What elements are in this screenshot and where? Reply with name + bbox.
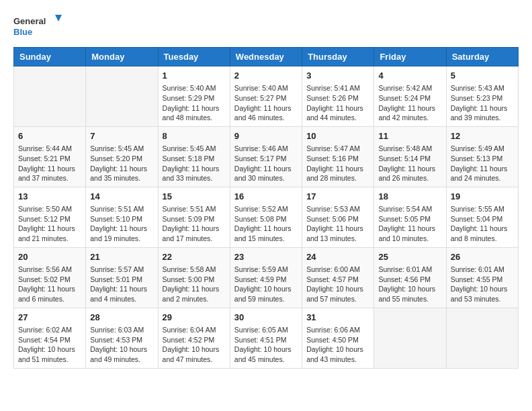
- logo-svg: General Blue: [13, 13, 67, 40]
- day-number: 20: [18, 251, 81, 263]
- week-row-1: 1Sunrise: 5:40 AMSunset: 5:29 PMDaylight…: [14, 66, 519, 127]
- day-number: 31: [306, 312, 369, 324]
- calendar-cell: 11Sunrise: 5:48 AMSunset: 5:14 PMDayligh…: [374, 126, 446, 187]
- calendar-cell: 21Sunrise: 5:57 AMSunset: 5:01 PMDayligh…: [86, 247, 158, 308]
- day-info: Sunrise: 5:42 AMSunset: 5:24 PMDaylight:…: [378, 83, 441, 123]
- calendar-cell: 1Sunrise: 5:40 AMSunset: 5:29 PMDaylight…: [158, 66, 230, 127]
- svg-text:General: General: [13, 16, 46, 26]
- header-monday: Monday: [86, 48, 158, 66]
- day-info: Sunrise: 6:04 AMSunset: 4:52 PMDaylight:…: [163, 325, 226, 365]
- day-number: 30: [234, 312, 298, 324]
- day-info: Sunrise: 5:59 AMSunset: 4:59 PMDaylight:…: [234, 265, 298, 304]
- calendar-cell: [14, 66, 86, 127]
- day-number: 22: [163, 251, 226, 263]
- day-number: 21: [90, 251, 153, 263]
- calendar-cell: [374, 308, 446, 368]
- day-info: Sunrise: 5:56 AMSunset: 5:02 PMDaylight:…: [18, 265, 81, 304]
- calendar-cell: 14Sunrise: 5:51 AMSunset: 5:10 PMDayligh…: [86, 187, 158, 247]
- calendar-cell: [86, 66, 158, 127]
- calendar-cell: 29Sunrise: 6:04 AMSunset: 4:52 PMDayligh…: [158, 308, 230, 368]
- day-info: Sunrise: 5:55 AMSunset: 5:04 PMDaylight:…: [451, 204, 514, 244]
- day-info: Sunrise: 6:05 AMSunset: 4:51 PMDaylight:…: [234, 325, 298, 365]
- day-number: 4: [378, 70, 441, 82]
- day-number: 1: [163, 70, 226, 82]
- day-info: Sunrise: 5:45 AMSunset: 5:18 PMDaylight:…: [163, 144, 226, 183]
- calendar-cell: 31Sunrise: 6:06 AMSunset: 4:50 PMDayligh…: [302, 308, 374, 368]
- week-row-4: 20Sunrise: 5:56 AMSunset: 5:02 PMDayligh…: [14, 247, 519, 308]
- day-number: 23: [234, 251, 298, 263]
- calendar-cell: 17Sunrise: 5:53 AMSunset: 5:06 PMDayligh…: [302, 187, 374, 247]
- header-wednesday: Wednesday: [230, 48, 302, 66]
- day-number: 25: [378, 251, 441, 263]
- calendar-cell: 8Sunrise: 5:45 AMSunset: 5:18 PMDaylight…: [158, 126, 230, 187]
- day-number: 15: [163, 191, 226, 203]
- day-number: 18: [378, 191, 441, 203]
- calendar-cell: 10Sunrise: 5:47 AMSunset: 5:16 PMDayligh…: [302, 126, 374, 187]
- day-number: 10: [306, 130, 369, 142]
- day-info: Sunrise: 5:51 AMSunset: 5:10 PMDaylight:…: [90, 204, 153, 244]
- day-number: 5: [451, 70, 514, 82]
- day-info: Sunrise: 5:53 AMSunset: 5:06 PMDaylight:…: [306, 204, 369, 244]
- day-info: Sunrise: 5:46 AMSunset: 5:17 PMDaylight:…: [234, 144, 298, 183]
- header-sunday: Sunday: [14, 48, 86, 66]
- calendar-cell: 13Sunrise: 5:50 AMSunset: 5:12 PMDayligh…: [14, 187, 86, 247]
- day-number: 29: [163, 312, 226, 324]
- calendar-cell: 2Sunrise: 5:40 AMSunset: 5:27 PMDaylight…: [230, 66, 302, 127]
- calendar-cell: 18Sunrise: 5:54 AMSunset: 5:05 PMDayligh…: [374, 187, 446, 247]
- day-number: 16: [234, 191, 298, 203]
- day-info: Sunrise: 5:51 AMSunset: 5:09 PMDaylight:…: [163, 204, 226, 244]
- day-info: Sunrise: 5:52 AMSunset: 5:08 PMDaylight:…: [234, 204, 298, 244]
- day-number: 3: [306, 70, 369, 82]
- day-number: 24: [306, 251, 369, 263]
- calendar: SundayMondayTuesdayWednesdayThursdayFrid…: [13, 47, 519, 369]
- day-info: Sunrise: 5:58 AMSunset: 5:00 PMDaylight:…: [163, 265, 226, 304]
- day-info: Sunrise: 5:45 AMSunset: 5:20 PMDaylight:…: [90, 144, 153, 183]
- day-number: 2: [234, 70, 298, 82]
- svg-marker-1: [55, 15, 62, 21]
- day-number: 28: [90, 312, 153, 324]
- calendar-cell: 7Sunrise: 5:45 AMSunset: 5:20 PMDaylight…: [86, 126, 158, 187]
- day-info: Sunrise: 6:02 AMSunset: 4:54 PMDaylight:…: [18, 325, 81, 365]
- day-number: 14: [90, 191, 153, 203]
- day-number: 12: [451, 130, 514, 142]
- calendar-cell: 22Sunrise: 5:58 AMSunset: 5:00 PMDayligh…: [158, 247, 230, 308]
- week-row-2: 6Sunrise: 5:44 AMSunset: 5:21 PMDaylight…: [14, 126, 519, 187]
- calendar-header-row: SundayMondayTuesdayWednesdayThursdayFrid…: [14, 48, 519, 66]
- day-number: 17: [306, 191, 369, 203]
- calendar-cell: 30Sunrise: 6:05 AMSunset: 4:51 PMDayligh…: [230, 308, 302, 368]
- calendar-cell: 16Sunrise: 5:52 AMSunset: 5:08 PMDayligh…: [230, 187, 302, 247]
- day-number: 26: [451, 251, 514, 263]
- calendar-cell: 27Sunrise: 6:02 AMSunset: 4:54 PMDayligh…: [14, 308, 86, 368]
- calendar-cell: 12Sunrise: 5:49 AMSunset: 5:13 PMDayligh…: [446, 126, 518, 187]
- day-info: Sunrise: 5:50 AMSunset: 5:12 PMDaylight:…: [18, 204, 81, 244]
- calendar-cell: 25Sunrise: 6:01 AMSunset: 4:56 PMDayligh…: [374, 247, 446, 308]
- day-number: 9: [234, 130, 298, 142]
- day-info: Sunrise: 5:43 AMSunset: 5:23 PMDaylight:…: [451, 83, 514, 123]
- day-info: Sunrise: 5:41 AMSunset: 5:26 PMDaylight:…: [306, 83, 369, 123]
- day-info: Sunrise: 5:44 AMSunset: 5:21 PMDaylight:…: [18, 144, 81, 183]
- week-row-3: 13Sunrise: 5:50 AMSunset: 5:12 PMDayligh…: [14, 187, 519, 247]
- calendar-cell: 6Sunrise: 5:44 AMSunset: 5:21 PMDaylight…: [14, 126, 86, 187]
- calendar-cell: 23Sunrise: 5:59 AMSunset: 4:59 PMDayligh…: [230, 247, 302, 308]
- day-number: 7: [90, 130, 153, 142]
- calendar-cell: 20Sunrise: 5:56 AMSunset: 5:02 PMDayligh…: [14, 247, 86, 308]
- day-number: 6: [18, 130, 81, 142]
- day-info: Sunrise: 5:49 AMSunset: 5:13 PMDaylight:…: [451, 144, 514, 183]
- calendar-cell: 26Sunrise: 6:01 AMSunset: 4:55 PMDayligh…: [446, 247, 518, 308]
- day-info: Sunrise: 6:03 AMSunset: 4:53 PMDaylight:…: [90, 325, 153, 365]
- day-info: Sunrise: 6:00 AMSunset: 4:57 PMDaylight:…: [306, 265, 369, 304]
- logo: General Blue: [13, 13, 67, 40]
- calendar-cell: 3Sunrise: 5:41 AMSunset: 5:26 PMDaylight…: [302, 66, 374, 127]
- header-thursday: Thursday: [302, 48, 374, 66]
- day-info: Sunrise: 6:06 AMSunset: 4:50 PMDaylight:…: [306, 325, 369, 365]
- day-info: Sunrise: 5:47 AMSunset: 5:16 PMDaylight:…: [306, 144, 369, 183]
- calendar-cell: 9Sunrise: 5:46 AMSunset: 5:17 PMDaylight…: [230, 126, 302, 187]
- header-friday: Friday: [374, 48, 446, 66]
- day-info: Sunrise: 5:48 AMSunset: 5:14 PMDaylight:…: [378, 144, 441, 183]
- day-number: 27: [18, 312, 81, 324]
- day-number: 19: [451, 191, 514, 203]
- day-info: Sunrise: 6:01 AMSunset: 4:56 PMDaylight:…: [378, 265, 441, 304]
- header-saturday: Saturday: [446, 48, 518, 66]
- day-info: Sunrise: 5:40 AMSunset: 5:27 PMDaylight:…: [234, 83, 298, 123]
- calendar-cell: [446, 308, 518, 368]
